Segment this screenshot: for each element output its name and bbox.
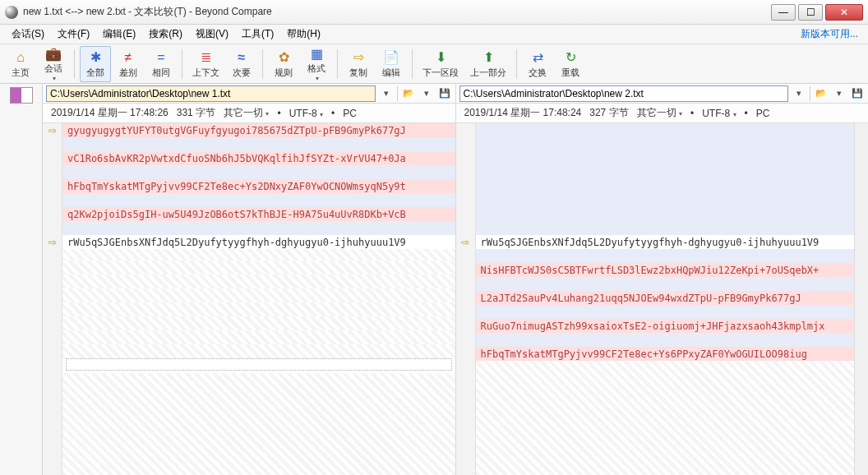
code-line[interactable] xyxy=(62,165,455,179)
secondary-icon: ≈ xyxy=(233,49,250,66)
right-path-input[interactable]: C:\Users\Administrator\Desktop\new 2.txt xyxy=(459,85,789,102)
left-gutter: ⇨ ⇨ xyxy=(43,123,62,475)
hatched-gap xyxy=(62,249,455,261)
code-line[interactable] xyxy=(476,165,855,179)
menu-session[interactable]: 会话(S) xyxy=(5,25,51,43)
menu-view[interactable]: 视图(V) xyxy=(189,25,235,43)
code-line[interactable] xyxy=(476,193,855,207)
swap-button[interactable]: ⇄交换 xyxy=(522,46,553,82)
reload-button[interactable]: ↻重载 xyxy=(555,46,586,82)
arrow-down-icon: ⬇ xyxy=(432,49,449,66)
hatched-gap xyxy=(62,261,455,274)
menu-help[interactable]: 帮助(H) xyxy=(280,25,327,43)
hatched-gap xyxy=(62,316,455,330)
close-button[interactable]: ✕ xyxy=(825,4,863,21)
left-icon-strip xyxy=(0,84,43,475)
left-encoding[interactable]: UTF-8 ▾ xyxy=(289,108,323,119)
right-platform[interactable]: PC xyxy=(756,108,770,119)
all-button[interactable]: ✱全部 xyxy=(80,46,111,82)
edit-icon: 📄 xyxy=(383,49,399,66)
diff-button[interactable]: ≠差别 xyxy=(113,46,144,82)
code-line[interactable]: vC1Ro6sbAvKR2pVwtxdCfuoSNb6hJ5bVQKqlfihJ… xyxy=(62,151,455,165)
compare-thumbnail-icon[interactable] xyxy=(10,87,33,104)
right-lines[interactable]: rWu5qSJGEnbsXNfJdq5L2Dyufytyygfhyh-dghyu… xyxy=(476,123,855,475)
toolbar-separator xyxy=(516,49,517,79)
code-line[interactable] xyxy=(476,123,855,137)
code-line[interactable] xyxy=(476,305,855,319)
right-editor[interactable]: ⇨ rWu5qSJGEnbsXNfJdq5L2Dyufytyygfhyh-dgh… xyxy=(456,123,869,475)
left-path-dropdown[interactable]: ▾ xyxy=(379,86,394,101)
reload-icon: ↻ xyxy=(562,49,579,66)
code-line[interactable]: hFbqTmYskatMTgPyjvv99CF2Te8ec+Ys6PPxyZAF… xyxy=(476,347,855,361)
toolbar-separator xyxy=(337,49,338,79)
update-available-link[interactable]: 新版本可用... xyxy=(801,27,863,41)
code-line[interactable] xyxy=(476,221,855,235)
code-line[interactable]: NisHFBTcWJS0sC5BTFwrtfLSD3lEwz2bxHQpWJiu… xyxy=(476,263,855,277)
code-line[interactable]: q2Kw2pjoiDs5gIH-uw5U49JzOB6otS7kThBJE-H9… xyxy=(62,207,455,221)
right-browse-dropdown[interactable]: ▾ xyxy=(832,86,847,101)
session-button[interactable]: 💼会话▾ xyxy=(38,46,69,82)
hatched-gap xyxy=(62,302,455,316)
right-encoding[interactable]: UTF-8 ▾ xyxy=(702,108,736,119)
right-open-button[interactable]: 📂 xyxy=(814,86,829,101)
maximize-button[interactable]: ☐ xyxy=(798,4,823,21)
code-line[interactable] xyxy=(476,333,855,347)
asterisk-icon: ✱ xyxy=(87,49,104,66)
menu-tools[interactable]: 工具(T) xyxy=(235,25,280,43)
referee-icon: ✿ xyxy=(275,49,292,66)
right-save-button[interactable]: 💾 xyxy=(850,86,865,101)
menu-bar: 会话(S) 文件(F) 编辑(E) 搜索(R) 视图(V) 工具(T) 帮助(H… xyxy=(0,25,868,44)
right-path-dropdown[interactable]: ▾ xyxy=(792,86,806,101)
code-line[interactable] xyxy=(476,151,855,165)
content-area: C:\Users\Administrator\Desktop\new 1.txt… xyxy=(0,84,868,475)
code-line[interactable] xyxy=(476,179,855,193)
chevron-down-icon: ▾ xyxy=(679,110,682,118)
code-line[interactable] xyxy=(62,221,455,235)
left-path-input[interactable]: C:\Users\Administrator\Desktop\new 1.txt xyxy=(46,85,376,102)
secondary-button[interactable]: ≈次要 xyxy=(226,46,257,82)
menu-file[interactable]: 文件(F) xyxy=(51,25,96,43)
menu-edit[interactable]: 编辑(E) xyxy=(96,25,142,43)
left-platform[interactable]: PC xyxy=(343,108,357,119)
left-filter[interactable]: 其它一切 ▾ xyxy=(224,106,269,120)
equal-icon: = xyxy=(153,49,169,66)
left-size: 331 字节 xyxy=(177,106,215,120)
copy-button[interactable]: ⇨复制 xyxy=(343,46,374,82)
hatched-gap xyxy=(62,330,455,344)
code-line[interactable]: RuGuo7nimugASTzh99xsaioxTsE2-oigiuomj+JH… xyxy=(476,319,855,333)
context-button[interactable]: ≣上下文 xyxy=(187,46,224,82)
edit-button[interactable]: 📄编辑 xyxy=(376,46,407,82)
code-line[interactable] xyxy=(476,137,855,151)
menu-search[interactable]: 搜索(R) xyxy=(142,25,189,43)
context-icon: ≣ xyxy=(198,49,215,66)
code-line[interactable]: rWu5qSJGEnbsXNfJdq5L2Dyufytyygfhyh-dghyu… xyxy=(476,235,855,249)
code-line[interactable]: gyugyugygtYUFYT0utgVGFuyfgyugoi785675dZT… xyxy=(62,123,455,137)
same-button[interactable]: =相同 xyxy=(145,46,177,82)
left-save-button[interactable]: 💾 xyxy=(437,86,452,101)
format-button[interactable]: ▦格式▾ xyxy=(301,46,332,82)
code-line[interactable] xyxy=(476,207,855,221)
code-line[interactable] xyxy=(62,137,455,151)
code-line[interactable]: L2aJTd2SauPv4Luhang21uqq5NJOEw94wxdZTpU-… xyxy=(476,291,855,305)
code-line[interactable]: rWu5qSJGEnbsXNfJdq5L2Dyufytyygfhyh-dghyu… xyxy=(62,235,455,249)
left-editor[interactable]: ⇨ ⇨ gyugyugygtYUFYT0utgVGFuyfgyugoi78567… xyxy=(43,123,456,475)
prev-section-button[interactable]: ⬆上一部分 xyxy=(465,46,511,82)
code-line[interactable] xyxy=(476,277,855,291)
rules-button[interactable]: ✿规则 xyxy=(268,46,299,82)
left-open-button[interactable]: 📂 xyxy=(401,86,416,101)
left-browse-dropdown[interactable]: ▾ xyxy=(419,86,434,101)
right-gutter: ⇨ xyxy=(456,123,476,475)
hatched-gap xyxy=(62,344,455,358)
code-line[interactable]: hFbqTmYskatMTgPyjvv99CF2Te8ec+Ys2DNxyZAF… xyxy=(62,179,455,193)
vertical-scrollbar[interactable] xyxy=(854,123,868,475)
code-line[interactable] xyxy=(476,249,855,263)
next-section-button[interactable]: ⬇下一区段 xyxy=(418,46,464,82)
chevron-down-icon: ▾ xyxy=(316,75,319,82)
format-icon: ▦ xyxy=(308,46,325,62)
right-filter[interactable]: 其它一切 ▾ xyxy=(637,106,682,120)
left-lines[interactable]: gyugyugygtYUFYT0utgVGFuyfgyugoi785675dZT… xyxy=(62,123,455,475)
minimize-button[interactable]: — xyxy=(771,4,796,21)
not-equal-icon: ≠ xyxy=(120,49,136,66)
home-button[interactable]: ⌂主页 xyxy=(5,46,36,82)
code-line[interactable] xyxy=(62,193,455,207)
